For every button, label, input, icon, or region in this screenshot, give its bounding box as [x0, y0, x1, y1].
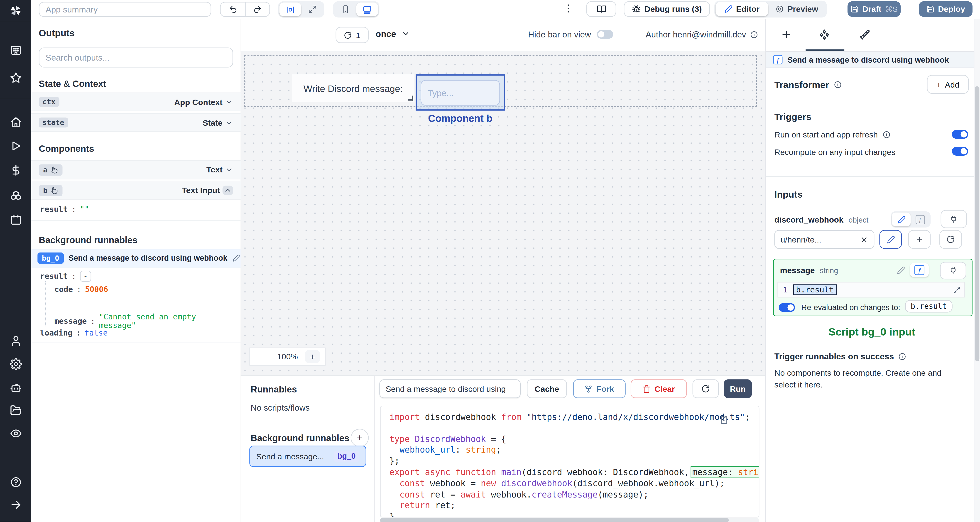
resources-boxes-icon[interactable]: [0, 189, 31, 201]
info-icon[interactable]: [750, 30, 758, 39]
info-icon[interactable]: [882, 130, 890, 139]
tab-preview[interactable]: Preview: [768, 2, 826, 16]
center-align-icon[interactable]: [280, 3, 301, 16]
chevron-down-icon[interactable]: [225, 166, 233, 174]
component-a-badge: a: [43, 166, 48, 174]
ctx-row[interactable]: ctx App Context: [31, 92, 241, 111]
windmill-logo[interactable]: [0, 4, 31, 18]
static-pencil-icon[interactable]: [891, 263, 910, 277]
app-summary-input[interactable]: [39, 2, 211, 17]
insert-plus-tab-icon[interactable]: [781, 29, 792, 40]
search-outputs-input[interactable]: [39, 48, 233, 67]
panel-scrollbar[interactable]: [974, 19, 980, 522]
help-icon[interactable]: [0, 476, 31, 488]
reeval-target-chip[interactable]: b.result: [905, 300, 952, 312]
draft-button[interactable]: Draft ⌘S: [848, 2, 900, 17]
chevron-down-icon[interactable]: [225, 118, 233, 127]
bg0-row[interactable]: bg_0 Send a message to discord using web…: [31, 249, 241, 268]
info-icon[interactable]: [834, 81, 842, 89]
info-icon[interactable]: [898, 353, 907, 361]
styling-brush-tab-icon[interactable]: [859, 29, 871, 40]
variables-dollar-icon[interactable]: [0, 164, 31, 176]
settings-gear-icon[interactable]: [0, 358, 31, 370]
refresh-resource-button[interactable]: [939, 230, 962, 249]
zoom-out-button[interactable]: −: [255, 350, 270, 363]
component-b-row[interactable]: b Text Input: [31, 181, 241, 200]
user-icon[interactable]: [0, 335, 31, 347]
workers-robot-icon[interactable]: [0, 382, 31, 394]
refresh-script-button[interactable]: [692, 379, 719, 398]
favorites-star-icon[interactable]: [0, 72, 31, 84]
text-input-component[interactable]: [421, 80, 500, 106]
refresh-icon: [344, 31, 352, 39]
debug-runs-button[interactable]: Debug runs (3): [624, 2, 710, 17]
apps-icon[interactable]: [0, 45, 31, 56]
selected-runnable-header[interactable]: ƒ Send a message to discord using webhoo…: [765, 51, 975, 68]
deploy-button[interactable]: Deploy: [919, 2, 972, 17]
refresh-count-button[interactable]: 1: [336, 27, 369, 43]
eval-function-icon[interactable]: ƒ: [910, 263, 929, 277]
expression-editor[interactable]: 1 b.result: [778, 282, 965, 298]
desktop-icon[interactable]: [356, 3, 378, 16]
copy-code-icon[interactable]: [719, 415, 729, 424]
left-nav-rail: [0, 0, 31, 522]
component-a-row[interactable]: a Text: [31, 160, 241, 179]
bg0-runnable-card[interactable]: Send a message... bg_0: [249, 446, 366, 467]
chevron-down-icon: [401, 29, 410, 38]
connect-plug-icon[interactable]: [940, 210, 967, 228]
refresh-mode-dropdown[interactable]: once: [375, 29, 410, 39]
zoom-in-button[interactable]: +: [305, 350, 320, 363]
connect-plug-icon[interactable]: [940, 262, 966, 279]
schedules-calendar-icon[interactable]: [0, 214, 31, 226]
tab-editor[interactable]: Editor: [716, 2, 768, 16]
eval-function-icon[interactable]: ƒ: [911, 213, 929, 226]
edit-resource-pencil-button[interactable]: [879, 230, 902, 249]
hide-bar-toggle[interactable]: [597, 30, 613, 39]
fork-button[interactable]: Fork: [573, 379, 625, 398]
recompute-toggle[interactable]: [952, 147, 968, 156]
add-resource-button[interactable]: +: [908, 230, 931, 249]
kebab-menu-icon[interactable]: ⋮: [564, 3, 574, 14]
runs-play-icon[interactable]: [0, 140, 31, 152]
edit-pencil-icon[interactable]: [232, 254, 240, 262]
resource-select[interactable]: u/henri/te...: [775, 230, 875, 249]
script-input-annotation: Script bg_0 input: [784, 326, 959, 339]
state-row[interactable]: state State: [31, 113, 241, 132]
mobile-icon[interactable]: [334, 3, 356, 16]
text-component-a[interactable]: Write Discord message:: [292, 75, 414, 102]
settings-tabs: [765, 19, 975, 51]
reeval-toggle[interactable]: [779, 303, 795, 312]
expand-editor-icon[interactable]: [953, 286, 961, 293]
expand-rail-arrow-icon[interactable]: [0, 499, 31, 511]
fullscreen-icon[interactable]: [301, 3, 323, 16]
run-on-start-toggle[interactable]: [952, 130, 968, 139]
bg0-title: Send a message to discord using webhook: [68, 254, 227, 263]
undo-button[interactable]: [220, 2, 245, 17]
docs-book-button[interactable]: [586, 2, 616, 17]
code-horizontal-scrollbar[interactable]: [380, 518, 759, 522]
home-icon[interactable]: [0, 116, 31, 128]
state-badge: state: [39, 118, 68, 127]
collapse-button[interactable]: -: [80, 271, 91, 282]
code-editor[interactable]: import discordwebhook from "https://deno…: [380, 406, 759, 517]
static-pencil-icon[interactable]: [892, 213, 911, 226]
components-tab-icon[interactable]: [818, 29, 830, 41]
selected-component-b[interactable]: [415, 75, 505, 111]
add-background-runnable-button[interactable]: +: [351, 429, 369, 447]
add-transformer-button[interactable]: +Add: [927, 75, 969, 94]
canvas-header: 1 once Hide bar on view Author henri@win…: [241, 19, 765, 52]
clear-button[interactable]: Clear: [631, 379, 687, 398]
divider: [31, 342, 241, 343]
app-canvas[interactable]: Write Discord message: Component b − 100…: [241, 51, 765, 375]
author-label: Author henri@windmill.dev: [646, 30, 746, 39]
folders-icon[interactable]: [0, 404, 31, 416]
chevron-up-icon[interactable]: [223, 186, 233, 195]
cache-button[interactable]: Cache: [527, 379, 567, 398]
chevron-down-icon[interactable]: [225, 98, 233, 106]
redo-button[interactable]: [245, 2, 270, 17]
components-title: Components: [39, 144, 94, 154]
audit-eye-icon[interactable]: [0, 427, 31, 439]
clear-x-icon[interactable]: [860, 235, 868, 243]
run-button[interactable]: Run: [724, 379, 752, 398]
script-name-input[interactable]: [379, 379, 520, 398]
